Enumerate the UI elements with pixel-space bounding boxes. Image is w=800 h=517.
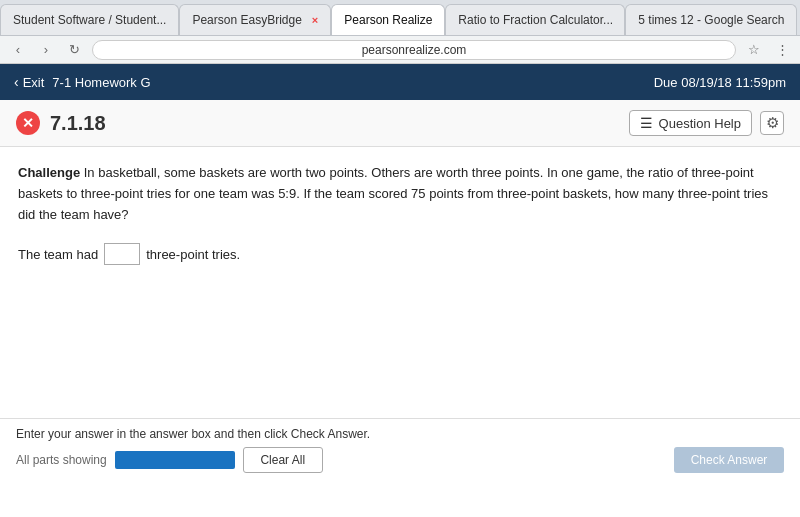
page-title: 7-1 Homework G bbox=[52, 75, 150, 90]
forward-button[interactable]: › bbox=[36, 40, 56, 60]
reload-button[interactable]: ↻ bbox=[64, 40, 84, 60]
challenge-label: Challenge bbox=[18, 165, 80, 180]
page-header: ‹ Exit 7-1 Homework G Due 08/19/18 11:59… bbox=[0, 64, 800, 100]
header-left: ‹ Exit 7-1 Homework G bbox=[14, 74, 151, 90]
answer-suffix: three-point tries. bbox=[146, 247, 240, 262]
answer-line: The team had three-point tries. bbox=[18, 243, 782, 265]
due-date: Due 08/19/18 11:59pm bbox=[654, 75, 786, 90]
tab-label: Pearson EasyBridge bbox=[192, 13, 301, 27]
tab-label: 5 times 12 - Google Search bbox=[638, 13, 784, 27]
challenge-text: Challenge In basketball, some baskets ar… bbox=[18, 163, 782, 225]
address-bar: ‹ › ↻ pearsonrealize.com ☆ ⋮ bbox=[0, 36, 800, 64]
clear-all-button[interactable]: Clear All bbox=[243, 447, 323, 473]
question-help-button[interactable]: ☰ Question Help bbox=[629, 110, 752, 136]
check-answer-button[interactable]: Check Answer bbox=[674, 447, 784, 473]
chevron-left-icon: ‹ bbox=[14, 74, 19, 90]
show-all-button[interactable] bbox=[115, 451, 235, 469]
back-button[interactable]: ‹ bbox=[8, 40, 28, 60]
url-bar[interactable]: pearsonrealize.com bbox=[92, 40, 736, 60]
tab-label: Pearson Realize bbox=[344, 13, 432, 27]
exit-button[interactable]: ‹ Exit bbox=[14, 74, 44, 90]
menu-icon[interactable]: ⋮ bbox=[772, 40, 792, 60]
bottom-instruction: Enter your answer in the answer box and … bbox=[16, 427, 784, 441]
bookmark-icon[interactable]: ☆ bbox=[744, 40, 764, 60]
tab-student-software[interactable]: Student Software / Student... bbox=[0, 4, 179, 35]
question-help-area: ☰ Question Help ⚙ bbox=[629, 110, 784, 136]
question-number-area: ✕ 7.1.18 bbox=[16, 111, 106, 135]
tab-easybridge[interactable]: Pearson EasyBridge × bbox=[179, 4, 331, 35]
tab-label: Student Software / Student... bbox=[13, 13, 166, 27]
settings-gear-icon[interactable]: ⚙ bbox=[760, 111, 784, 135]
challenge-body: In basketball, some baskets are worth tw… bbox=[18, 165, 768, 222]
tab-google-search[interactable]: 5 times 12 - Google Search bbox=[625, 4, 797, 35]
tab-close-icon[interactable]: × bbox=[312, 14, 318, 26]
main-content: Challenge In basketball, some baskets ar… bbox=[0, 147, 800, 281]
question-status-icon: ✕ bbox=[16, 111, 40, 135]
tab-pearson-realize[interactable]: Pearson Realize bbox=[331, 4, 445, 35]
content-wrapper: ✕ 7.1.18 ☰ Question Help ⚙ Challenge In … bbox=[0, 100, 800, 481]
question-number: 7.1.18 bbox=[50, 112, 106, 135]
bottom-bar: Enter your answer in the answer box and … bbox=[0, 418, 800, 481]
question-header: ✕ 7.1.18 ☰ Question Help ⚙ bbox=[0, 100, 800, 147]
tab-ratio-calculator[interactable]: Ratio to Fraction Calculator... bbox=[445, 4, 625, 35]
help-label: Question Help bbox=[659, 116, 741, 131]
all-parts-label: All parts showing bbox=[16, 453, 107, 467]
bottom-buttons: All parts showing Clear All bbox=[16, 447, 784, 473]
tab-label: Ratio to Fraction Calculator... bbox=[458, 13, 613, 27]
answer-prefix: The team had bbox=[18, 247, 98, 262]
list-icon: ☰ bbox=[640, 115, 653, 131]
browser-tab-bar: Student Software / Student... Pearson Ea… bbox=[0, 0, 800, 36]
exit-label: Exit bbox=[23, 75, 45, 90]
answer-input[interactable] bbox=[104, 243, 140, 265]
